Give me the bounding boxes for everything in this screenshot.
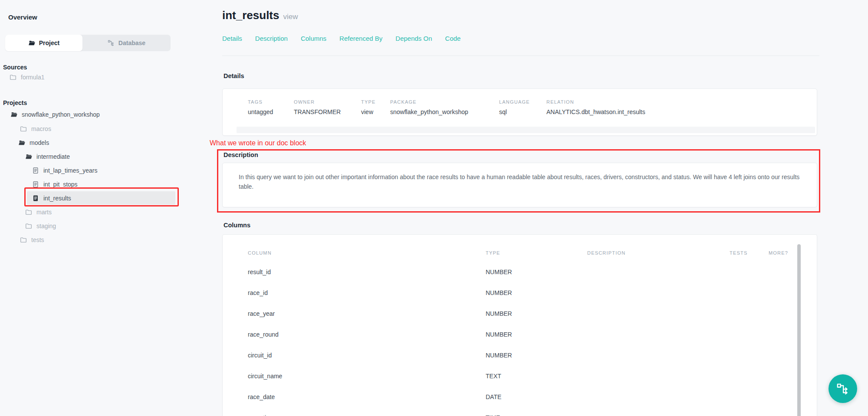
col-header-column: COLUMN	[248, 250, 486, 255]
columns-heading: Columns	[224, 222, 250, 229]
database-toggle-label: Database	[118, 39, 145, 46]
sidebar-item-int_lap_times_years[interactable]: int_lap_times_years	[0, 164, 191, 177]
file-icon	[32, 181, 39, 188]
database-tree-icon	[108, 39, 115, 46]
col-header-tests: TESTS	[730, 250, 769, 255]
table-row[interactable]: race_year NUMBER	[248, 303, 782, 324]
dbt-docs-page: Overview Project Database Sources formul…	[0, 0, 868, 416]
materialization-badge: view	[283, 13, 298, 21]
table-row[interactable]: race_round NUMBER	[248, 324, 782, 345]
annotation-text: What we wrote in our doc block	[210, 139, 306, 147]
folder-icon	[20, 125, 27, 132]
description-card: In this query we want to join out other …	[222, 163, 817, 207]
project-toggle-label: Project	[39, 39, 59, 46]
folder-open-icon	[25, 153, 32, 160]
lineage-graph-button[interactable]	[829, 374, 857, 403]
tab-details[interactable]: Details	[222, 35, 242, 42]
folder-icon	[20, 236, 27, 243]
project-toggle-button[interactable]: Project	[5, 35, 82, 51]
tab-code[interactable]: Code	[445, 35, 461, 42]
columns-table-header: COLUMN TYPE DESCRIPTION TESTS MORE?	[248, 247, 782, 259]
table-row[interactable]: race_time TIME	[248, 407, 782, 416]
annotation-box-sidebar	[24, 187, 179, 206]
folder-open-icon	[10, 111, 17, 118]
sidebar-item-formula1[interactable]: formula1	[0, 70, 191, 84]
details-heading: Details	[224, 72, 244, 79]
sidebar-item-snowflake_python_workshop[interactable]: snowflake_python_workshop	[0, 108, 191, 121]
details-card: TAGS untagged OWNER TRANSFORMER TYPE vie…	[222, 88, 817, 136]
folder-open-icon	[18, 139, 25, 146]
tab-description[interactable]: Description	[255, 35, 288, 42]
sidebar-item-tests[interactable]: tests	[0, 233, 191, 247]
lineage-graph-icon	[836, 382, 849, 395]
tab-referenced-by[interactable]: Referenced By	[339, 35, 382, 42]
col-header-description: DESCRIPTION	[587, 250, 730, 255]
folder-icon	[10, 74, 16, 81]
detail-field-type: TYPE view	[361, 99, 376, 115]
folder-open-icon	[28, 39, 35, 46]
overview-heading: Overview	[8, 13, 37, 21]
table-row[interactable]: race_id NUMBER	[248, 282, 782, 303]
detail-field-tags: TAGS untagged	[248, 99, 273, 115]
projects-heading: Projects	[3, 99, 27, 106]
table-row[interactable]: result_id NUMBER	[248, 262, 782, 282]
tab-depends-on[interactable]: Depends On	[395, 35, 432, 42]
tab-divider	[222, 56, 819, 56]
sidebar-item-macros[interactable]: macros	[0, 122, 191, 136]
description-heading: Description	[224, 151, 258, 158]
columns-card: COLUMN TYPE DESCRIPTION TESTS MORE? resu…	[222, 234, 817, 416]
detail-field-package: PACKAGE snowflake_python_workshop	[390, 99, 468, 115]
tab-columns[interactable]: Columns	[301, 35, 326, 42]
database-toggle-button[interactable]: Database	[82, 35, 171, 51]
sidebar-item-staging[interactable]: staging	[0, 219, 191, 233]
file-icon	[32, 167, 39, 174]
table-row[interactable]: circuit_id NUMBER	[248, 345, 782, 366]
columns-table-body: result_id NUMBER race_id NUMBER race_yea…	[248, 262, 782, 416]
table-row[interactable]: circuit_name TEXT	[248, 366, 782, 387]
sidebar-item-models[interactable]: models	[0, 136, 191, 150]
tab-bar: Details Description Columns Referenced B…	[222, 35, 460, 42]
detail-field-owner: OWNER TRANSFORMER	[294, 99, 341, 115]
details-collapsed-strip	[237, 127, 815, 133]
col-header-type: TYPE	[486, 250, 587, 255]
folder-icon	[25, 209, 32, 216]
table-row[interactable]: race_date DATE	[248, 387, 782, 407]
view-toggle: Project Database	[5, 35, 171, 51]
detail-field-language: LANGUAGE sql	[499, 99, 530, 115]
description-body: In this query we want to join out other …	[239, 172, 808, 191]
sidebar-item-marts[interactable]: marts	[0, 205, 191, 219]
sources-heading: Sources	[3, 64, 27, 71]
col-header-more: MORE?	[769, 250, 788, 255]
folder-icon	[25, 223, 32, 229]
page-title: int_resultsview	[222, 9, 298, 22]
sidebar-item-intermediate[interactable]: intermediate	[0, 150, 191, 164]
detail-field-relation: RELATION ANALYTICS.dbt_hwatson.int_resul…	[546, 99, 645, 115]
table-scrollbar[interactable]	[797, 244, 801, 416]
